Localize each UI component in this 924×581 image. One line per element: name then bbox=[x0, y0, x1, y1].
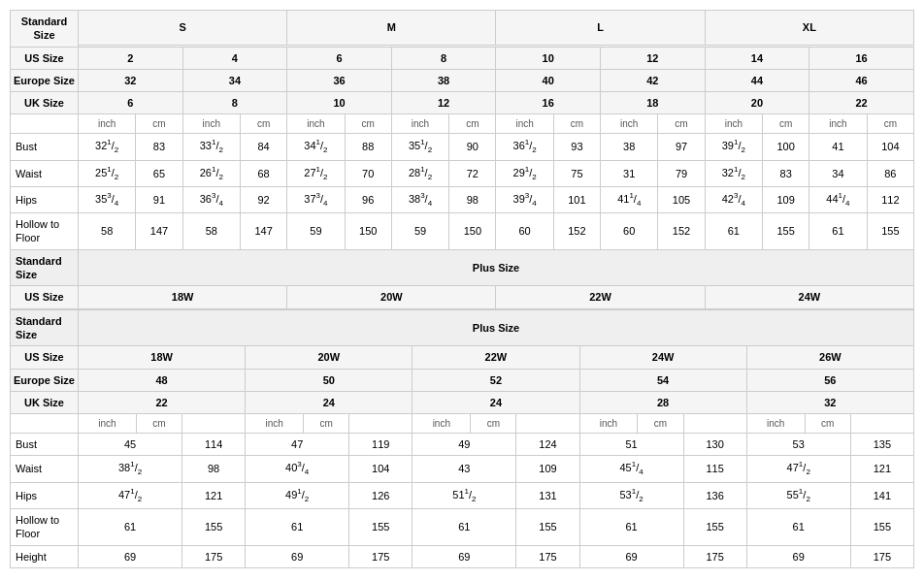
uk-10: 10 bbox=[287, 92, 392, 114]
us-8: 8 bbox=[391, 47, 496, 69]
ph-18c: 121 bbox=[182, 482, 246, 508]
w-6i: 271/2 bbox=[287, 160, 345, 186]
uk-22: 22 bbox=[809, 92, 914, 114]
htf-16i: 61 bbox=[809, 213, 867, 250]
pu-i-5: inch bbox=[746, 414, 805, 434]
h-6i: 373/4 bbox=[287, 186, 345, 212]
hollow-label: Hollow to Floor bbox=[11, 213, 79, 250]
htf-12c: 152 bbox=[658, 213, 705, 250]
u-c-1: cm bbox=[136, 114, 182, 134]
plus-eu-size-label: Europe Size bbox=[11, 369, 79, 391]
u-i-2: inch bbox=[182, 114, 240, 134]
htf-14i: 61 bbox=[705, 213, 762, 250]
pht-20c: 175 bbox=[349, 545, 412, 567]
w-8c: 72 bbox=[449, 160, 496, 186]
plus-uk-28: 28 bbox=[579, 391, 746, 413]
b-2c: 83 bbox=[136, 134, 182, 160]
us-10: 10 bbox=[496, 47, 601, 69]
std-size-label-2: Standard Size bbox=[11, 249, 79, 286]
b-12i: 38 bbox=[601, 134, 658, 160]
htf-12i: 60 bbox=[601, 213, 658, 250]
w-14i: 321/2 bbox=[705, 160, 762, 186]
uk-6: 6 bbox=[79, 92, 183, 114]
u-c-5: cm bbox=[553, 114, 600, 134]
u-i-8: inch bbox=[809, 114, 867, 134]
pht-24c: 175 bbox=[683, 545, 746, 567]
w-2i: 251/2 bbox=[79, 160, 136, 186]
ph-26c: 141 bbox=[850, 482, 913, 508]
eu-44: 44 bbox=[705, 69, 809, 91]
us-6: 6 bbox=[287, 47, 392, 69]
ph-20c: 126 bbox=[349, 482, 412, 508]
h-14c: 109 bbox=[763, 186, 809, 212]
h-6c: 96 bbox=[345, 186, 391, 212]
plus-22w: 22W bbox=[496, 286, 705, 308]
pht-26i: 69 bbox=[746, 545, 850, 567]
w-12i: 31 bbox=[601, 160, 658, 186]
pb-22i: 49 bbox=[412, 434, 516, 456]
phtf-22c: 155 bbox=[516, 508, 579, 545]
u-i-3: inch bbox=[287, 114, 345, 134]
plus-eu-52: 52 bbox=[412, 369, 579, 391]
eu-46: 46 bbox=[809, 69, 914, 91]
htf-2c: 147 bbox=[136, 213, 182, 250]
ph-18i: 471/2 bbox=[79, 482, 182, 508]
pb-20c: 119 bbox=[349, 434, 412, 456]
u-i-7: inch bbox=[705, 114, 762, 134]
pht-24i: 69 bbox=[579, 545, 683, 567]
pu-sp-1 bbox=[182, 414, 246, 434]
pht-20i: 69 bbox=[246, 545, 349, 567]
plus-size-title: Plus Size bbox=[79, 309, 914, 346]
b-2i: 321/2 bbox=[79, 134, 136, 160]
pu-i-4: inch bbox=[579, 414, 638, 434]
us-2: 2 bbox=[79, 47, 183, 69]
ph-26i: 551/2 bbox=[746, 482, 850, 508]
pu-c-5: cm bbox=[805, 414, 850, 434]
plus-bust-label: Bust bbox=[11, 434, 79, 456]
u-i-6: inch bbox=[601, 114, 658, 134]
h-10i: 393/4 bbox=[496, 186, 553, 212]
uk-8: 8 bbox=[182, 92, 287, 114]
h-16i: 441/4 bbox=[809, 186, 867, 212]
pu-sp-3 bbox=[516, 414, 579, 434]
pu-c-3: cm bbox=[471, 414, 516, 434]
phtf-24c: 155 bbox=[683, 508, 746, 545]
phtf-20i: 61 bbox=[246, 508, 349, 545]
unit-spacer bbox=[11, 114, 79, 134]
w-16i: 34 bbox=[809, 160, 867, 186]
h-12i: 411/4 bbox=[601, 186, 658, 212]
plus-22w: 22W bbox=[412, 346, 579, 369]
pht-22i: 69 bbox=[412, 545, 516, 567]
uk-18: 18 bbox=[601, 92, 706, 114]
us-4: 4 bbox=[182, 47, 287, 69]
plus-eu-48: 48 bbox=[79, 369, 246, 391]
pu-sp-4 bbox=[683, 414, 746, 434]
b-10c: 93 bbox=[553, 134, 600, 160]
pu-i-2: inch bbox=[246, 414, 304, 434]
w-4c: 68 bbox=[240, 160, 286, 186]
eu-32: 32 bbox=[79, 69, 183, 91]
eu-42: 42 bbox=[601, 69, 706, 91]
plus-uk-24b: 24 bbox=[412, 391, 579, 413]
pu-sp-2 bbox=[349, 414, 412, 434]
s-header: S bbox=[79, 11, 287, 46]
waist-label: Waist bbox=[11, 160, 79, 186]
h-2i: 353/4 bbox=[79, 186, 136, 212]
w-4i: 261/2 bbox=[182, 160, 240, 186]
b-14c: 100 bbox=[763, 134, 809, 160]
pht-18i: 69 bbox=[79, 545, 182, 567]
pb-18c: 114 bbox=[182, 434, 246, 456]
pb-26c: 135 bbox=[850, 434, 913, 456]
uk-size-label: UK Size bbox=[11, 92, 79, 114]
u-c-4: cm bbox=[449, 114, 496, 134]
plus-us-label: US Size bbox=[11, 286, 79, 308]
w-6c: 70 bbox=[345, 160, 391, 186]
b-8i: 351/2 bbox=[391, 134, 448, 160]
plus-eu-50: 50 bbox=[246, 369, 412, 391]
u-i-1: inch bbox=[79, 114, 136, 134]
plus-eu-56: 56 bbox=[746, 369, 913, 391]
pw-24i: 451/4 bbox=[579, 456, 683, 482]
pu-c-2: cm bbox=[304, 414, 349, 434]
w-8i: 281/2 bbox=[391, 160, 448, 186]
pw-26c: 121 bbox=[850, 456, 913, 482]
